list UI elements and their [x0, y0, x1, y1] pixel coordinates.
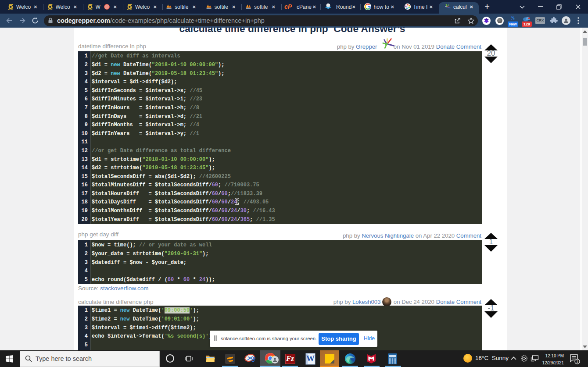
svg-text:W: W [306, 354, 315, 363]
svg-text:1: 1 [576, 360, 578, 364]
